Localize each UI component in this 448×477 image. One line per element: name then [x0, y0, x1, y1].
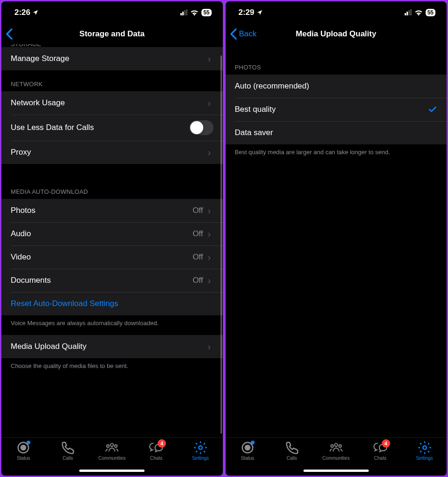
video-row[interactable]: Video Off›: [1, 245, 223, 269]
svg-point-5: [199, 446, 202, 450]
best-quality-option[interactable]: Best quality: [226, 98, 447, 121]
chevron-right-icon: ›: [208, 341, 214, 352]
svg-point-8: [335, 443, 338, 446]
chevron-right-icon: ›: [208, 98, 214, 109]
wifi-icon: [414, 9, 423, 16]
tab-settings[interactable]: Settings: [184, 441, 217, 476]
upload-footer: Choose the quality of media files to be …: [1, 358, 223, 378]
tab-status[interactable]: Status: [7, 441, 40, 476]
svg-point-10: [339, 445, 341, 447]
section-header-media: MEDIA AUTO-DOWNLOAD: [1, 178, 223, 199]
photos-footer: Best quality media are larger and can ta…: [226, 144, 447, 164]
tab-settings[interactable]: Settings: [408, 441, 441, 476]
svg-point-7: [245, 445, 250, 450]
chats-badge: 4: [158, 439, 166, 448]
tab-status[interactable]: Status: [231, 441, 264, 476]
phone-left: 2:26 55 Storage and Data STORAGE Manage …: [1, 1, 223, 476]
chevron-right-icon: ›: [208, 229, 214, 239]
svg-point-3: [107, 445, 109, 447]
back-button[interactable]: [5, 28, 14, 40]
phone-right: 2:29 55 Back Media Upload Quality PHOTOS…: [226, 1, 447, 476]
chevron-right-icon: ›: [208, 147, 214, 158]
home-indicator[interactable]: [303, 470, 369, 472]
svg-point-11: [423, 446, 427, 450]
auto-option[interactable]: Auto (recommended): [226, 75, 447, 98]
phone-icon: [61, 441, 75, 455]
back-button[interactable]: Back: [229, 28, 257, 40]
reset-auto-download-row[interactable]: Reset Auto-Download Settings: [1, 292, 223, 315]
svg-point-4: [115, 445, 117, 447]
audio-row[interactable]: Audio Off›: [1, 222, 223, 245]
chats-badge: 4: [382, 439, 390, 448]
data-saver-option[interactable]: Data saver: [226, 121, 447, 144]
status-time: 2:26: [14, 8, 30, 17]
page-title: Storage and Data: [79, 29, 145, 39]
status-bar: 2:26 55: [1, 1, 223, 24]
battery-icon: 55: [201, 9, 211, 16]
svg-point-1: [21, 445, 26, 450]
gear-icon: [193, 441, 207, 455]
nav-header: Back Media Upload Quality: [226, 24, 447, 44]
content-area: PHOTOS Auto (recommended) Best quality D…: [226, 44, 447, 437]
less-data-toggle[interactable]: [189, 120, 214, 135]
communities-icon: [105, 443, 119, 452]
section-header-photos: PHOTOS: [226, 44, 447, 75]
scrollbar[interactable]: [221, 55, 222, 434]
checkmark-icon: [428, 105, 437, 114]
chevron-right-icon: ›: [208, 54, 214, 64]
communities-icon: [329, 443, 343, 452]
network-usage-row[interactable]: Network Usage ›: [1, 91, 223, 115]
svg-point-9: [331, 445, 333, 447]
media-footer: Voice Messages are always automatically …: [1, 315, 223, 335]
page-title: Media Upload Quality: [296, 29, 376, 39]
home-indicator[interactable]: [79, 470, 145, 472]
battery-icon: 55: [426, 9, 435, 16]
chevron-right-icon: ›: [208, 275, 214, 286]
gear-icon: [418, 441, 432, 455]
photos-row[interactable]: Photos Off›: [1, 199, 223, 222]
status-time: 2:29: [239, 8, 255, 17]
phone-icon: [285, 441, 299, 455]
wifi-icon: [190, 9, 199, 16]
location-icon: [256, 9, 263, 16]
status-dot-icon: [251, 441, 255, 444]
media-upload-quality-row[interactable]: Media Upload Quality ›: [1, 335, 223, 358]
chevron-right-icon: ›: [208, 205, 214, 216]
signal-icon: [180, 10, 187, 15]
location-icon: [32, 9, 39, 16]
section-header-network: NETWORK: [1, 70, 223, 91]
svg-point-2: [110, 443, 113, 446]
documents-row[interactable]: Documents Off›: [1, 269, 223, 292]
nav-header: Storage and Data: [1, 24, 223, 44]
proxy-row[interactable]: Proxy ›: [1, 141, 223, 164]
less-data-row: Use Less Data for Calls: [1, 115, 223, 141]
chevron-right-icon: ›: [208, 252, 214, 263]
signal-icon: [405, 10, 412, 15]
manage-storage-row[interactable]: Manage Storage ›: [1, 47, 223, 70]
content-area: STORAGE Manage Storage › NETWORK Network…: [1, 44, 223, 437]
status-bar: 2:29 55: [226, 1, 447, 24]
